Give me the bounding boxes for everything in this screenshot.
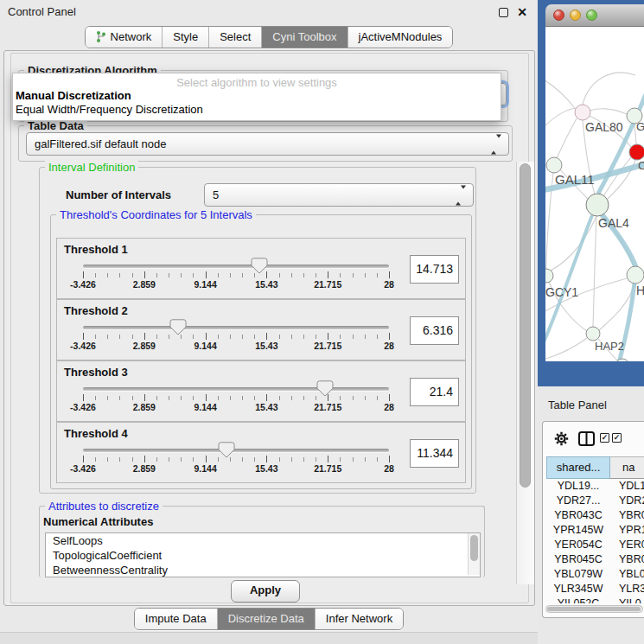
- tab-select[interactable]: Select: [208, 27, 261, 48]
- slider-tick: [83, 394, 84, 401]
- slider-thumb[interactable]: [169, 319, 187, 335]
- tab-label: jActiveMNodules: [359, 30, 443, 43]
- slider-tick: [144, 456, 145, 462]
- tab-discretize-data[interactable]: Discretize Data: [217, 609, 315, 629]
- network-edge: [593, 216, 596, 327]
- threshold-value-field[interactable]: 11.344: [410, 439, 459, 468]
- table-row[interactable]: YDL19...YDL1: [546, 479, 644, 494]
- slider-tick: [266, 394, 267, 401]
- table-row[interactable]: YPR145WYPR1: [546, 523, 644, 538]
- table-row[interactable]: YBR045CYBR0: [546, 552, 644, 567]
- threshold-value-field[interactable]: 14.713: [410, 255, 459, 284]
- network-window-titlebar[interactable]: [545, 4, 644, 27]
- table-horizontal-scrollbar[interactable]: [545, 605, 643, 613]
- threshold-value-field[interactable]: 21.4: [410, 378, 459, 406]
- slider-tick: [328, 271, 328, 278]
- node-gal80[interactable]: [575, 105, 590, 120]
- cell-shared-name: YBL079W: [546, 567, 610, 582]
- node-label-h: H: [636, 284, 644, 297]
- combo-arrows-icon: [456, 188, 466, 201]
- table-row[interactable]: YIL052CYIL0: [546, 596, 644, 603]
- slider-tick-label: 15.43: [255, 279, 277, 290]
- network-icon: [96, 30, 106, 43]
- minimize-light[interactable]: [570, 10, 581, 21]
- slider-thumb[interactable]: [251, 258, 268, 274]
- number-of-intervals-combobox[interactable]: 5: [204, 183, 474, 207]
- slider-tick-label: 28: [384, 402, 394, 412]
- tab-style[interactable]: Style: [162, 27, 208, 48]
- node-right-mid[interactable]: [627, 266, 644, 284]
- slider-tick: [389, 456, 390, 462]
- table-data-combobox[interactable]: galFiltered.sif default node: [26, 132, 509, 156]
- control-panel-titlebar: Control Panel ✕: [0, 0, 538, 24]
- table-row[interactable]: YLR345WYLR3: [546, 582, 644, 596]
- slider-tick: [206, 271, 207, 278]
- slider-tick: [206, 333, 207, 340]
- node-gcy1[interactable]: [545, 269, 553, 283]
- tab-impute-data[interactable]: Impute Data: [135, 609, 217, 629]
- slider-minor-ticks: [83, 335, 390, 339]
- slider-tick-label: 21.715: [314, 402, 341, 412]
- slider-track[interactable]: [83, 265, 389, 268]
- algorithm-option-equal-width-frequency-discretization[interactable]: Equal Width/Frequency Discretization: [13, 103, 501, 117]
- node-label-gal4: GAL4: [598, 216, 629, 230]
- tab-cyni-toolbox[interactable]: Cyni Toolbox: [261, 27, 347, 48]
- cell-name: YER0: [610, 538, 644, 552]
- table-row[interactable]: YBL079WYBL0: [546, 567, 644, 582]
- cyni-toolbox-panel: Discretization Algorithm Select algorith…: [3, 50, 535, 606]
- network-window: GAL80GACGAL11GAL4GCY1HHAP2: [545, 4, 644, 361]
- node-hap2[interactable]: [586, 327, 600, 341]
- network-canvas[interactable]: GAL80GACGAL11GAL4GCY1HHAP2: [545, 27, 644, 361]
- column-header-name[interactable]: na: [610, 456, 644, 479]
- slider-track[interactable]: [83, 449, 389, 452]
- slider-tick-label: 28: [384, 279, 394, 290]
- settings-scrollbar[interactable]: [516, 162, 534, 584]
- cell-shared-name: YBR043C: [546, 508, 610, 523]
- threshold-label: Threshold 3: [64, 366, 128, 379]
- table-row[interactable]: YDR27...YDR2: [546, 494, 644, 508]
- float-icon[interactable]: [499, 8, 508, 17]
- attributes-group-title: Attributes to discretize: [45, 500, 163, 513]
- slider-tick: [266, 456, 267, 462]
- settings-scrollbar-thumb[interactable]: [520, 163, 531, 488]
- slider-tick-label: 2.859: [133, 402, 156, 412]
- slider-tick: [266, 333, 267, 340]
- slider-tick-label: 21.715: [314, 463, 341, 474]
- slider-thumb[interactable]: [316, 380, 334, 397]
- attribute-item[interactable]: BetweennessCentrality: [46, 563, 480, 577]
- cell-shared-name: YBR045C: [546, 552, 610, 567]
- table-row[interactable]: YBR043CYBR0: [546, 508, 644, 523]
- close-light[interactable]: [553, 10, 564, 21]
- attribute-item[interactable]: SelfLoops: [46, 533, 480, 548]
- algorithm-option-manual-discretization[interactable]: Manual Discretization: [13, 89, 501, 103]
- tab-infer-network[interactable]: Infer Network: [315, 609, 403, 629]
- attributes-scrollbar-thumb[interactable]: [470, 535, 478, 561]
- table-row[interactable]: YER054CYER0: [546, 538, 644, 552]
- slider-track[interactable]: [83, 326, 389, 329]
- close-icon[interactable]: ✕: [517, 0, 527, 24]
- threshold-value-field[interactable]: 6.316: [410, 316, 459, 345]
- tab-label: Network: [111, 30, 152, 43]
- slider-thumb[interactable]: [218, 442, 235, 458]
- checkboxes-icon[interactable]: ✓✓: [600, 433, 622, 443]
- node-label-ga: GA: [636, 120, 644, 133]
- columns-icon[interactable]: [578, 431, 595, 450]
- slider-tick-label: 2.859: [133, 279, 156, 290]
- slider-tick: [83, 333, 84, 340]
- numerical-attributes-list[interactable]: SelfLoopsTopologicalCoefficientBetweenne…: [45, 532, 481, 577]
- attribute-item[interactable]: TopologicalCoefficient: [46, 548, 480, 563]
- gear-icon[interactable]: [554, 431, 569, 450]
- tab-label: Style: [173, 30, 198, 43]
- cell-name: YPR1: [610, 523, 644, 538]
- apply-button[interactable]: Apply: [231, 580, 300, 603]
- attributes-scrollbar[interactable]: [468, 533, 480, 575]
- node-gal4[interactable]: [586, 194, 609, 216]
- table-hscrollbar-thumb[interactable]: [547, 607, 641, 611]
- tab-network[interactable]: Network: [86, 27, 163, 48]
- column-header-shared[interactable]: shared...: [546, 456, 610, 479]
- node-red[interactable]: [629, 144, 644, 160]
- node-gal11[interactable]: [546, 157, 562, 173]
- slider-track[interactable]: [83, 387, 389, 391]
- zoom-light[interactable]: [586, 10, 597, 21]
- tab-jactivemnodules[interactable]: jActiveMNodules: [348, 27, 453, 48]
